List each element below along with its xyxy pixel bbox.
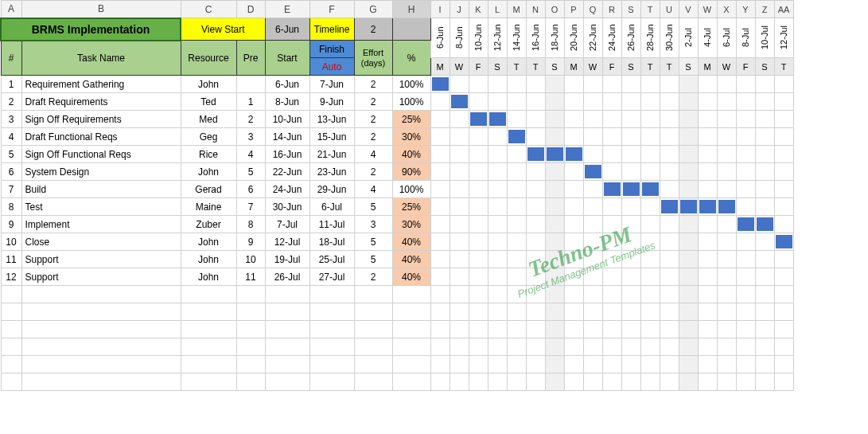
gantt-cell[interactable] bbox=[526, 93, 545, 111]
empty-cell[interactable] bbox=[640, 338, 660, 356]
col-header[interactable]: R bbox=[602, 1, 621, 18]
day-header[interactable]: S bbox=[679, 58, 698, 76]
task-num[interactable]: 4 bbox=[1, 128, 21, 146]
empty-cell[interactable] bbox=[755, 356, 774, 373]
gantt-cell[interactable] bbox=[545, 198, 564, 216]
gantt-cell[interactable] bbox=[736, 233, 755, 251]
empty-cell[interactable] bbox=[488, 356, 507, 373]
task-name[interactable]: System Design bbox=[21, 163, 181, 181]
empty-cell[interactable] bbox=[602, 286, 621, 303]
empty-cell[interactable] bbox=[469, 303, 488, 321]
gantt-cell[interactable] bbox=[679, 128, 698, 146]
gantt-cell[interactable] bbox=[564, 76, 583, 93]
task-pre[interactable]: 5 bbox=[236, 163, 265, 181]
empty-cell[interactable] bbox=[236, 321, 265, 338]
gantt-cell[interactable] bbox=[526, 251, 545, 268]
day-header[interactable]: M bbox=[564, 58, 583, 76]
day-header[interactable]: M bbox=[698, 58, 717, 76]
empty-cell[interactable] bbox=[698, 373, 717, 391]
gantt-cell[interactable] bbox=[430, 268, 450, 286]
empty-cell[interactable] bbox=[507, 338, 526, 356]
day-header[interactable]: T bbox=[640, 58, 660, 76]
empty-cell[interactable] bbox=[21, 286, 181, 303]
gantt-cell[interactable] bbox=[488, 268, 507, 286]
gantt-cell[interactable] bbox=[774, 216, 793, 233]
empty-cell[interactable] bbox=[181, 303, 236, 321]
gantt-cell[interactable] bbox=[469, 268, 488, 286]
empty-cell[interactable] bbox=[430, 356, 450, 373]
gantt-cell[interactable] bbox=[640, 198, 660, 216]
empty-cell[interactable] bbox=[526, 286, 545, 303]
empty-cell[interactable] bbox=[450, 286, 469, 303]
day-header[interactable]: S bbox=[755, 58, 774, 76]
task-effort[interactable]: 5 bbox=[354, 233, 392, 251]
gantt-cell[interactable] bbox=[507, 268, 526, 286]
task-effort[interactable]: 2 bbox=[354, 268, 392, 286]
empty-cell[interactable] bbox=[507, 303, 526, 321]
empty-cell[interactable] bbox=[265, 303, 309, 321]
gantt-cell[interactable] bbox=[507, 93, 526, 111]
gantt-cell[interactable] bbox=[640, 76, 660, 93]
gantt-cell[interactable] bbox=[736, 146, 755, 163]
gantt-cell[interactable] bbox=[488, 111, 507, 128]
date-header[interactable]: 22-Jun bbox=[583, 18, 602, 58]
gantt-cell[interactable] bbox=[679, 251, 698, 268]
task-resource[interactable]: Rice bbox=[181, 146, 236, 163]
empty-cell[interactable] bbox=[640, 373, 660, 391]
empty-cell[interactable] bbox=[392, 373, 430, 391]
task-num[interactable]: 8 bbox=[1, 198, 21, 216]
empty-cell[interactable] bbox=[545, 303, 564, 321]
gantt-cell[interactable] bbox=[507, 146, 526, 163]
gantt-cell[interactable] bbox=[621, 128, 640, 146]
col-header[interactable]: E bbox=[265, 1, 309, 18]
empty-cell[interactable] bbox=[236, 373, 265, 391]
empty-cell[interactable] bbox=[564, 356, 583, 373]
gantt-cell[interactable] bbox=[526, 128, 545, 146]
task-finish[interactable]: 18-Jul bbox=[309, 233, 354, 251]
empty-cell[interactable] bbox=[774, 321, 793, 338]
gantt-cell[interactable] bbox=[564, 146, 583, 163]
empty-cell[interactable] bbox=[309, 286, 354, 303]
empty-cell[interactable] bbox=[469, 356, 488, 373]
date-header[interactable]: 20-Jun bbox=[564, 18, 583, 58]
gantt-cell[interactable] bbox=[545, 216, 564, 233]
day-header[interactable]: T bbox=[774, 58, 793, 76]
task-finish[interactable]: 11-Jul bbox=[309, 216, 354, 233]
gantt-cell[interactable] bbox=[488, 233, 507, 251]
col-header[interactable]: J bbox=[450, 1, 469, 18]
empty-cell[interactable] bbox=[755, 338, 774, 356]
empty-cell[interactable] bbox=[354, 303, 392, 321]
date-header[interactable]: 16-Jun bbox=[526, 18, 545, 58]
empty-cell[interactable] bbox=[430, 303, 450, 321]
gantt-cell[interactable] bbox=[602, 181, 621, 198]
gantt-cell[interactable] bbox=[736, 181, 755, 198]
empty-cell[interactable] bbox=[717, 286, 736, 303]
empty-cell[interactable] bbox=[640, 303, 660, 321]
task-name[interactable]: Support bbox=[21, 268, 181, 286]
date-header[interactable]: 12-Jun bbox=[488, 18, 507, 58]
gantt-cell[interactable] bbox=[717, 111, 736, 128]
gantt-cell[interactable] bbox=[755, 181, 774, 198]
empty-cell[interactable] bbox=[265, 373, 309, 391]
task-pre[interactable]: 8 bbox=[236, 216, 265, 233]
col-header[interactable]: D bbox=[236, 1, 265, 18]
empty-cell[interactable] bbox=[526, 321, 545, 338]
gantt-cell[interactable] bbox=[545, 181, 564, 198]
gantt-cell[interactable] bbox=[660, 76, 679, 93]
gantt-cell[interactable] bbox=[660, 181, 679, 198]
task-pre[interactable]: 7 bbox=[236, 198, 265, 216]
gantt-cell[interactable] bbox=[602, 146, 621, 163]
gantt-cell[interactable] bbox=[774, 181, 793, 198]
col-header[interactable]: Z bbox=[755, 1, 774, 18]
task-effort[interactable]: 2 bbox=[354, 76, 392, 93]
col-header[interactable]: B bbox=[21, 1, 181, 18]
empty-cell[interactable] bbox=[309, 373, 354, 391]
empty-cell[interactable] bbox=[430, 321, 450, 338]
date-header[interactable]: 10-Jun bbox=[469, 18, 488, 58]
gantt-cell[interactable] bbox=[526, 181, 545, 198]
col-header[interactable]: A bbox=[1, 1, 21, 18]
empty-cell[interactable] bbox=[1, 286, 21, 303]
task-resource[interactable]: John bbox=[181, 233, 236, 251]
empty-cell[interactable] bbox=[736, 356, 755, 373]
task-pct[interactable]: 40% bbox=[392, 268, 430, 286]
